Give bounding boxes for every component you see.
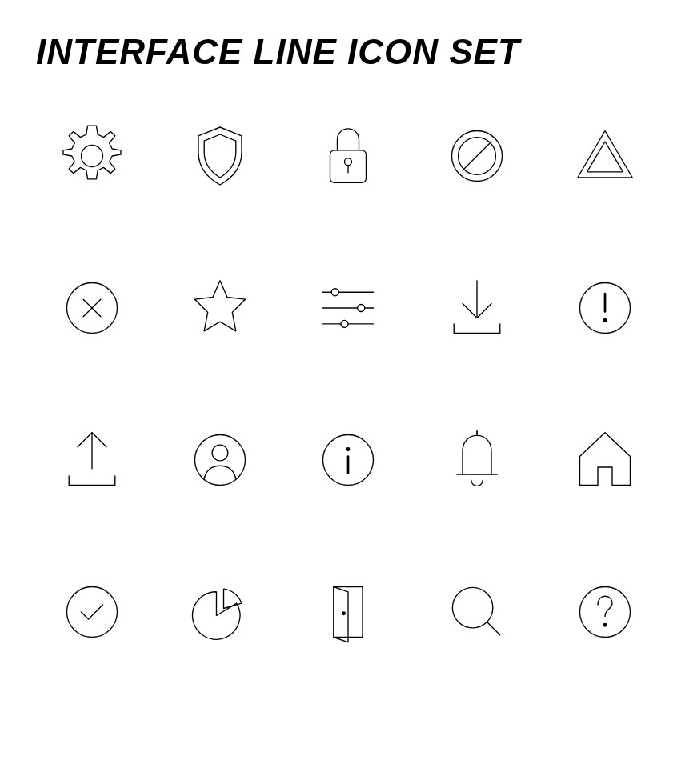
svg-point-29: [342, 612, 346, 615]
svg-point-0: [82, 146, 103, 167]
home-icon: [565, 424, 645, 496]
search-icon: [437, 576, 517, 648]
icon-grid: [36, 120, 661, 648]
user-circle-icon: [180, 424, 260, 496]
svg-point-32: [579, 587, 630, 638]
svg-point-27: [67, 587, 118, 638]
svg-line-6: [463, 142, 491, 170]
svg-point-22: [212, 445, 228, 461]
svg-point-15: [341, 320, 348, 327]
svg-point-2: [345, 158, 352, 166]
svg-point-33: [603, 623, 607, 626]
bell-icon: [437, 424, 517, 496]
gear-icon: [52, 120, 132, 192]
pie-chart-icon: [180, 576, 260, 648]
check-circle-icon: [52, 576, 132, 648]
star-icon: [180, 272, 260, 344]
question-circle-icon: [565, 576, 645, 648]
page-title: INTERFACE LINE ICON SET: [36, 32, 661, 72]
lock-icon: [308, 120, 388, 192]
svg-point-21: [195, 435, 246, 486]
close-circle-icon: [52, 272, 132, 344]
upload-icon: [52, 424, 132, 496]
svg-point-11: [332, 289, 339, 296]
svg-point-13: [358, 305, 365, 312]
door-icon: [308, 576, 388, 648]
triangle-icon: [565, 120, 645, 192]
svg-point-19: [603, 319, 607, 322]
prohibit-icon: [437, 120, 517, 192]
download-icon: [437, 272, 517, 344]
svg-point-24: [347, 448, 351, 451]
shield-icon: [180, 120, 260, 192]
sliders-icon: [308, 272, 388, 344]
svg-line-31: [487, 622, 499, 635]
alert-circle-icon: [565, 272, 645, 344]
info-circle-icon: [308, 424, 388, 496]
